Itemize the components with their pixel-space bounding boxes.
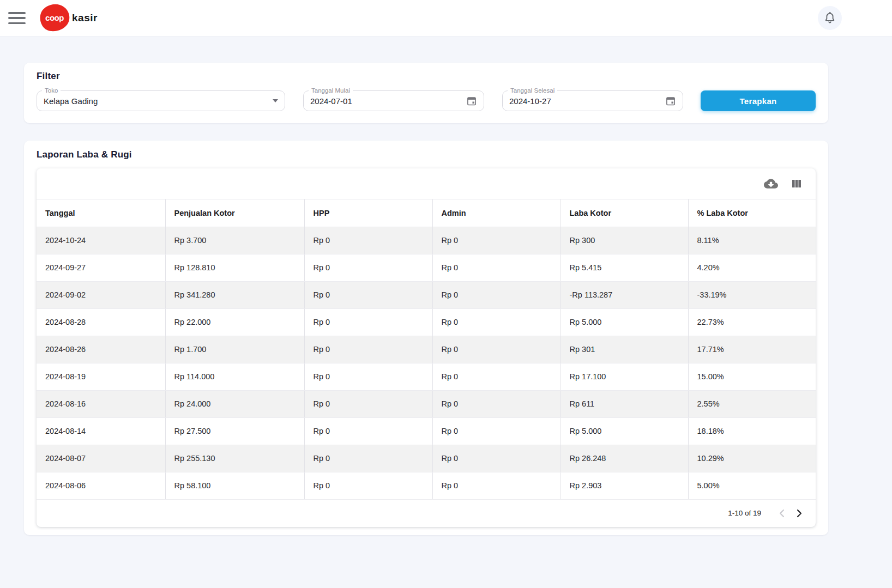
tanggal-mulai-input[interactable]: Tanggal Mulai 2024-07-01 bbox=[303, 90, 484, 111]
table-cell: Rp 341.280 bbox=[165, 281, 304, 308]
table-cell: 17.71% bbox=[688, 336, 816, 363]
bell-icon bbox=[823, 11, 836, 25]
table-cell: 4.20% bbox=[688, 254, 816, 281]
table-row[interactable]: 2024-08-16Rp 24.000Rp 0Rp 0Rp 6112.55% bbox=[37, 390, 816, 417]
data-grid: TanggalPenjualan KotorHPPAdminLaba Kotor… bbox=[37, 168, 816, 527]
table-row[interactable]: 2024-10-24Rp 3.700Rp 0Rp 0Rp 3008.11% bbox=[37, 227, 816, 254]
table-row[interactable]: 2024-08-14Rp 27.500Rp 0Rp 0Rp 5.00018.18… bbox=[37, 417, 816, 445]
table-cell: 2024-10-24 bbox=[37, 227, 165, 254]
chevron-right-icon bbox=[793, 507, 806, 520]
table-cell: Rp 0 bbox=[432, 227, 560, 254]
table-cell: Rp 0 bbox=[432, 363, 560, 390]
table-row[interactable]: 2024-08-07Rp 255.130Rp 0Rp 0Rp 26.24810.… bbox=[37, 445, 816, 472]
menu-icon[interactable] bbox=[8, 11, 26, 25]
tanggal-selesai-input[interactable]: Tanggal Selesai 2024-10-27 bbox=[502, 90, 683, 111]
column-header[interactable]: HPP bbox=[304, 199, 432, 227]
table-row[interactable]: 2024-08-19Rp 114.000Rp 0Rp 0Rp 17.10015.… bbox=[37, 363, 816, 390]
table-cell: Rp 0 bbox=[432, 254, 560, 281]
filter-card: Filter Toko Kelapa Gading Tanggal Mulai … bbox=[24, 63, 828, 123]
table-cell: Rp 0 bbox=[432, 308, 560, 336]
toko-select[interactable]: Toko Kelapa Gading bbox=[37, 90, 285, 111]
table-cell: 2024-08-07 bbox=[37, 445, 165, 472]
table-cell: Rp 0 bbox=[432, 445, 560, 472]
previous-page-button[interactable] bbox=[773, 505, 791, 522]
columns-button[interactable] bbox=[790, 177, 803, 190]
table-row[interactable]: 2024-09-02Rp 341.280Rp 0Rp 0-Rp 113.287-… bbox=[37, 281, 816, 308]
table-cell: Rp 26.248 bbox=[560, 445, 688, 472]
tanggal-selesai-value: 2024-10-27 bbox=[509, 96, 551, 106]
table-cell: Rp 0 bbox=[432, 390, 560, 417]
table-cell: Rp 1.700 bbox=[165, 336, 304, 363]
filter-title: Filter bbox=[37, 71, 816, 82]
apply-button[interactable]: Terapkan bbox=[701, 90, 816, 111]
table-cell: Rp 300 bbox=[560, 227, 688, 254]
table-cell: 2024-08-16 bbox=[37, 390, 165, 417]
report-title: Laporan Laba & Rugi bbox=[37, 149, 816, 160]
table-cell: 2.55% bbox=[688, 390, 816, 417]
table-row[interactable]: 2024-09-27Rp 128.810Rp 0Rp 0Rp 5.4154.20… bbox=[37, 254, 816, 281]
export-download-button[interactable] bbox=[764, 177, 778, 191]
table-cell: 2024-08-26 bbox=[37, 336, 165, 363]
table-header-row: TanggalPenjualan KotorHPPAdminLaba Kotor… bbox=[37, 199, 816, 227]
table-cell: 2024-09-02 bbox=[37, 281, 165, 308]
table-cell: 2024-08-28 bbox=[37, 308, 165, 336]
cloud-download-icon bbox=[764, 177, 778, 191]
table-cell: 18.18% bbox=[688, 417, 816, 445]
table-cell: 8.11% bbox=[688, 227, 816, 254]
table-cell: 2024-08-06 bbox=[37, 472, 165, 499]
next-page-button[interactable] bbox=[791, 505, 808, 522]
toko-value: Kelapa Gading bbox=[44, 96, 98, 106]
table-cell: Rp 58.100 bbox=[165, 472, 304, 499]
table-cell: Rp 24.000 bbox=[165, 390, 304, 417]
table-cell: Rp 128.810 bbox=[165, 254, 304, 281]
table-cell: -Rp 113.287 bbox=[560, 281, 688, 308]
table-row[interactable]: 2024-08-28Rp 22.000Rp 0Rp 0Rp 5.00022.73… bbox=[37, 308, 816, 336]
table-cell: Rp 611 bbox=[560, 390, 688, 417]
brand-logo: coop kasir bbox=[38, 4, 98, 32]
table-cell: Rp 0 bbox=[432, 417, 560, 445]
table-row[interactable]: 2024-08-26Rp 1.700Rp 0Rp 0Rp 30117.71% bbox=[37, 336, 816, 363]
table-cell: Rp 5.000 bbox=[560, 417, 688, 445]
column-header[interactable]: Penjualan Kotor bbox=[165, 199, 304, 227]
column-header[interactable]: Laba Kotor bbox=[560, 199, 688, 227]
column-header[interactable]: Admin bbox=[432, 199, 560, 227]
table-body: 2024-10-24Rp 3.700Rp 0Rp 0Rp 3008.11%202… bbox=[37, 227, 816, 499]
table-cell: Rp 17.100 bbox=[560, 363, 688, 390]
chevron-left-icon bbox=[775, 507, 788, 520]
column-header[interactable]: Tanggal bbox=[37, 199, 165, 227]
logo-text-coop: coop bbox=[45, 13, 64, 22]
table-cell: 2024-09-27 bbox=[37, 254, 165, 281]
table-cell: 2024-08-14 bbox=[37, 417, 165, 445]
pagination: 1-10 of 19 bbox=[37, 500, 816, 527]
chevron-down-icon bbox=[273, 99, 278, 102]
report-table: TanggalPenjualan KotorHPPAdminLaba Kotor… bbox=[37, 199, 816, 500]
toko-label: Toko bbox=[42, 87, 61, 94]
table-cell: Rp 0 bbox=[304, 472, 432, 499]
table-cell: 15.00% bbox=[688, 363, 816, 390]
table-cell: Rp 0 bbox=[432, 472, 560, 499]
table-cell: Rp 0 bbox=[304, 417, 432, 445]
table-cell: 10.29% bbox=[688, 445, 816, 472]
table-cell: Rp 255.130 bbox=[165, 445, 304, 472]
table-cell: Rp 0 bbox=[304, 363, 432, 390]
pagination-range: 1-10 of 19 bbox=[728, 509, 761, 517]
grid-toolbar bbox=[37, 168, 816, 199]
coop-logo-blob-icon: coop bbox=[38, 4, 71, 32]
calendar-icon[interactable] bbox=[665, 95, 676, 106]
table-cell: Rp 5.415 bbox=[560, 254, 688, 281]
table-cell: Rp 301 bbox=[560, 336, 688, 363]
table-cell: Rp 0 bbox=[432, 281, 560, 308]
tanggal-mulai-label: Tanggal Mulai bbox=[309, 87, 353, 94]
table-cell: Rp 0 bbox=[304, 254, 432, 281]
column-header[interactable]: % Laba Kotor bbox=[688, 199, 816, 227]
calendar-icon[interactable] bbox=[466, 95, 477, 106]
notifications-button[interactable] bbox=[818, 6, 842, 30]
table-row[interactable]: 2024-08-06Rp 58.100Rp 0Rp 0Rp 2.9035.00% bbox=[37, 472, 816, 499]
app-bar: coop kasir bbox=[0, 0, 892, 37]
logo-text-kasir: kasir bbox=[72, 12, 98, 24]
table-cell: 5.00% bbox=[688, 472, 816, 499]
table-cell: Rp 0 bbox=[304, 281, 432, 308]
report-card: Laporan Laba & Rugi bbox=[24, 141, 828, 535]
table-cell: -33.19% bbox=[688, 281, 816, 308]
table-cell: 2024-08-19 bbox=[37, 363, 165, 390]
